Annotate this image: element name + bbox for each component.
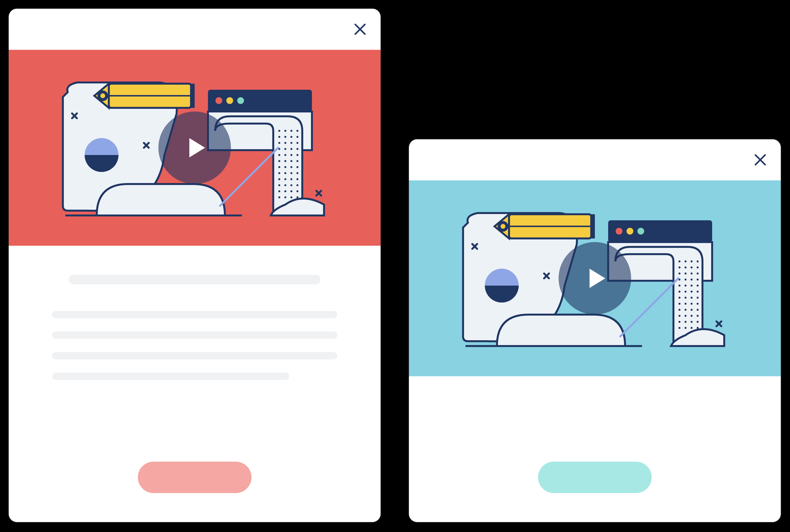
close-button[interactable]	[752, 151, 769, 168]
svg-rect-12	[208, 90, 312, 112]
svg-point-28	[296, 142, 298, 144]
svg-point-94	[697, 266, 699, 268]
svg-point-36	[296, 154, 298, 156]
svg-point-96	[685, 272, 687, 274]
svg-point-113	[691, 297, 693, 299]
cta-button[interactable]	[538, 462, 652, 493]
hero-banner	[9, 50, 381, 246]
svg-point-20	[296, 130, 298, 132]
modal-content	[9, 246, 381, 522]
svg-point-55	[290, 184, 292, 186]
svg-point-52	[296, 178, 298, 180]
svg-point-122	[697, 309, 699, 311]
svg-point-50	[284, 178, 286, 180]
svg-point-30	[284, 148, 286, 150]
hero-banner	[409, 180, 781, 376]
close-icon	[353, 22, 367, 37]
play-icon	[585, 266, 609, 290]
svg-point-97	[691, 272, 693, 274]
svg-point-37	[278, 160, 280, 162]
svg-point-61	[278, 196, 280, 198]
svg-point-17	[278, 130, 280, 132]
svg-point-128	[685, 321, 687, 323]
svg-point-31	[290, 148, 292, 150]
body-placeholder-line	[52, 373, 289, 380]
svg-point-63	[290, 196, 292, 198]
svg-point-89	[691, 261, 693, 262]
svg-marker-69	[189, 138, 205, 157]
svg-point-129	[691, 321, 693, 323]
svg-point-87	[678, 261, 680, 262]
svg-point-49	[278, 178, 280, 180]
svg-point-39	[290, 160, 292, 162]
svg-point-95	[678, 272, 680, 274]
svg-point-80	[501, 224, 505, 229]
svg-point-32	[296, 148, 298, 150]
svg-point-116	[685, 303, 687, 305]
svg-point-123	[678, 315, 680, 317]
svg-point-19	[290, 130, 292, 132]
title-placeholder	[69, 275, 321, 284]
play-button[interactable]	[559, 242, 631, 315]
svg-point-42	[284, 166, 286, 168]
modal-header	[409, 139, 781, 180]
modal-content	[409, 376, 781, 522]
svg-point-98	[697, 272, 699, 274]
svg-point-25	[278, 142, 280, 144]
svg-point-51	[290, 178, 292, 180]
svg-point-41	[278, 166, 280, 168]
cta-button[interactable]	[138, 462, 251, 493]
svg-point-124	[685, 315, 687, 317]
svg-point-132	[685, 327, 687, 329]
svg-point-45	[278, 172, 280, 174]
svg-point-117	[691, 303, 693, 305]
hero-illustration	[458, 201, 731, 356]
svg-point-119	[678, 309, 680, 311]
svg-point-24	[296, 136, 298, 138]
svg-point-48	[296, 172, 298, 174]
svg-point-40	[296, 160, 298, 162]
svg-point-120	[685, 309, 687, 311]
svg-point-131	[678, 327, 680, 329]
svg-rect-81	[591, 214, 595, 239]
svg-point-62	[284, 196, 286, 198]
svg-point-114	[697, 297, 699, 299]
body-placeholder-line	[52, 352, 337, 359]
svg-point-121	[691, 309, 693, 311]
svg-point-47	[290, 172, 292, 174]
modal-header	[9, 9, 381, 50]
play-button[interactable]	[158, 112, 231, 184]
svg-point-44	[296, 166, 298, 168]
svg-point-59	[290, 190, 292, 192]
svg-point-13	[215, 97, 222, 104]
svg-point-26	[284, 142, 286, 144]
svg-point-15	[237, 97, 244, 104]
svg-point-60	[296, 190, 298, 192]
svg-point-23	[290, 136, 292, 138]
svg-point-53	[278, 184, 280, 186]
svg-point-118	[697, 303, 699, 305]
svg-point-103	[678, 285, 680, 287]
svg-point-108	[685, 291, 687, 292]
svg-point-58	[284, 190, 286, 192]
close-icon	[753, 153, 768, 167]
modal-card-small	[407, 138, 782, 524]
svg-point-38	[284, 160, 286, 162]
svg-point-102	[697, 279, 699, 281]
svg-point-34	[284, 154, 286, 156]
svg-point-14	[226, 97, 233, 104]
close-button[interactable]	[352, 21, 368, 38]
svg-point-111	[678, 297, 680, 299]
svg-point-105	[691, 285, 693, 287]
svg-rect-11	[191, 84, 195, 108]
svg-point-22	[284, 136, 286, 138]
svg-point-33	[278, 154, 280, 156]
svg-point-125	[691, 315, 693, 317]
svg-point-92	[685, 266, 687, 268]
svg-point-43	[290, 166, 292, 168]
svg-point-134	[697, 327, 699, 329]
svg-point-18	[284, 130, 286, 132]
hero-illustration	[58, 70, 331, 225]
svg-point-90	[697, 261, 699, 262]
svg-point-27	[290, 142, 292, 144]
